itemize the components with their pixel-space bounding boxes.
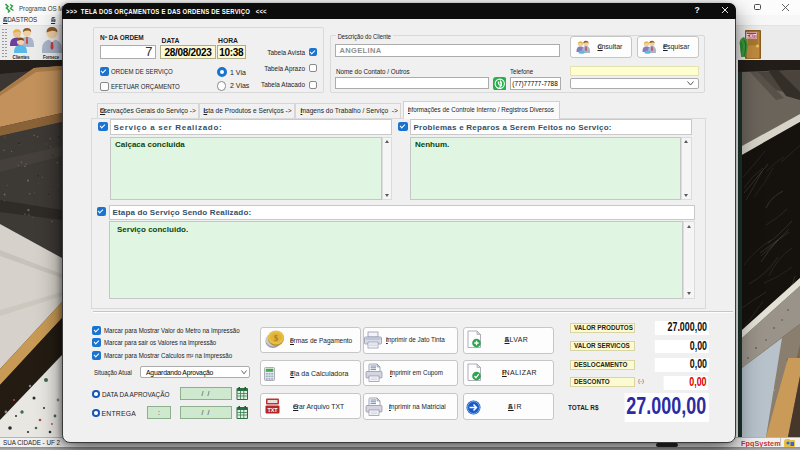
svg-text:$: $ — [274, 334, 278, 343]
svg-text:EXIT: EXIT — [746, 34, 756, 39]
svg-text:TXT: TXT — [267, 407, 278, 413]
